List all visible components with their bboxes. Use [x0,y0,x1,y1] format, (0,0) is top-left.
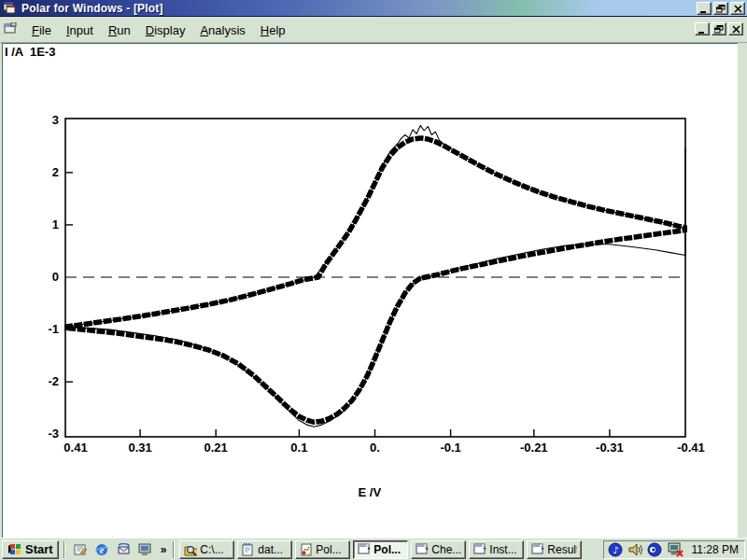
taskbar-divider [173,541,175,558]
speaker-icon [627,542,643,557]
notepad-icon [242,543,255,556]
y-tick-label: -3 [27,427,59,441]
child-system-menu-icon [4,22,17,35]
x-tick-label: 0.41 [55,441,96,455]
folder-magnifier-icon [184,543,197,556]
window-minimize-button[interactable] [697,2,712,15]
curve-experimental [64,138,685,422]
x-tick-label: -0.21 [514,441,555,455]
tray-computer-offline-icon[interactable] [667,541,684,557]
taskbar-button-label: Inst... [489,543,516,556]
windows-logo-icon [7,542,21,555]
quick-launch-show-desktop-icon[interactable] [73,541,89,557]
app-window-icon [416,543,429,556]
plot-window: I /A 1E-3 E /V 0.410.310.210.10.-0.1-0.2… [2,43,738,538]
plot-window-minimize-button[interactable] [695,22,710,35]
window-close-button[interactable] [730,2,745,15]
polar-doc-icon [300,543,313,556]
taskbar-button-label: Pol... [374,543,401,556]
taskbar-button-5[interactable]: Inst... [469,540,524,559]
taskbar-button-2[interactable]: Pol... [295,540,350,559]
window-restore-button[interactable] [713,2,728,15]
curve-fit [64,125,685,427]
taskbar-button-label: Che... [431,543,461,556]
tray-speaker-icon[interactable] [627,541,644,557]
show-desktop-icon [74,543,88,556]
y-tick-label: -1 [27,322,59,336]
system-tray: ♪ 11:28 PM [603,540,745,559]
menu-item-display[interactable]: Display [138,21,193,40]
menu-item-analysis[interactable]: Analysis [192,21,252,40]
app-icon [3,1,16,14]
taskbar-button-6[interactable]: Result [527,540,582,559]
taskbar-divider [63,541,65,558]
app-window-icon [531,543,544,556]
taskbar-button-1[interactable]: dat... [237,540,292,559]
svg-text:e: e [100,544,105,555]
y-axis-title: I /A 1E-3 [5,45,55,59]
menu-item-run[interactable]: Run [101,21,138,40]
plot-window-close-button[interactable] [728,22,743,35]
restore-icon [716,5,726,13]
y-tick-label: 2 [27,165,59,179]
quick-launch-bar: e [70,541,156,557]
app-window-icon [473,543,486,556]
y-tick-label: 0 [27,270,59,284]
quick-launch-overflow-chevron[interactable]: » [159,543,169,556]
computer-offline-icon [667,542,684,557]
x-axis-title: E /V [359,485,382,499]
x-tick-label: 0.1 [278,441,319,455]
taskbar-button-4[interactable]: Che... [411,540,466,559]
start-label: Start [25,542,53,556]
menu-item-help[interactable]: Help [253,21,293,40]
x-tick-label: -0.31 [589,441,630,455]
close-icon [732,25,740,34]
title-bar: Polar for Windows - [Plot] [0,0,747,17]
quick-launch-ie-icon[interactable]: e [94,541,110,557]
viewer-icon [138,543,152,556]
window-title: Polar for Windows - [Plot] [21,2,163,15]
x-tick-label: -0.1 [430,441,472,455]
y-tick-label: -2 [27,374,59,388]
minimize-icon [699,5,709,13]
windows-logo-icon [7,542,22,557]
taskbar-button-label: Pol... [316,543,341,556]
app-window-icon [358,543,371,556]
menu-item-file[interactable]: File [24,21,59,40]
ie-icon: e [94,542,109,556]
menu-bar: FileInputRunDisplayAnalysisHelp [0,18,747,43]
app-icon[interactable] [3,1,18,16]
quick-launch-viewer-icon[interactable] [137,541,153,557]
tray-player-blue2-icon[interactable] [647,541,664,557]
y-tick-label: 3 [27,113,59,127]
player-blue2-icon [647,542,663,557]
quick-launch-outlook-icon[interactable] [116,541,132,557]
x-tick-label: 0. [355,441,396,455]
close-icon [734,5,742,13]
taskbar: Start e » C:\...dat...Pol...Pol...Che...… [0,538,747,560]
x-tick-label: 0.31 [120,441,161,455]
taskbar-button-label: C:\... [200,543,223,556]
x-tick-label: -0.41 [670,441,712,455]
taskbar-button-label: dat... [258,543,283,556]
taskbar-button-3[interactable]: Pol... [353,540,408,559]
child-system-menu-icon[interactable] [4,22,19,37]
taskbar-button-0[interactable]: C:\... [179,540,234,559]
restore-icon [714,25,724,34]
svg-text:♪: ♪ [613,544,618,554]
player-blue-icon: ♪ [608,542,624,557]
start-button[interactable]: Start [2,540,59,559]
tray-player-blue-icon[interactable]: ♪ [608,541,625,557]
tray-clock: 11:28 PM [692,543,739,556]
voltammogram-canvas [64,118,687,439]
minimize-icon [698,25,707,34]
outlook-icon [117,543,131,556]
taskbar-button-label: Result [547,543,577,556]
plot-window-restore-button[interactable] [712,22,726,35]
x-tick-label: 0.21 [195,441,236,455]
menu-item-input[interactable]: Input [59,21,101,40]
y-tick-label: 1 [27,217,59,231]
